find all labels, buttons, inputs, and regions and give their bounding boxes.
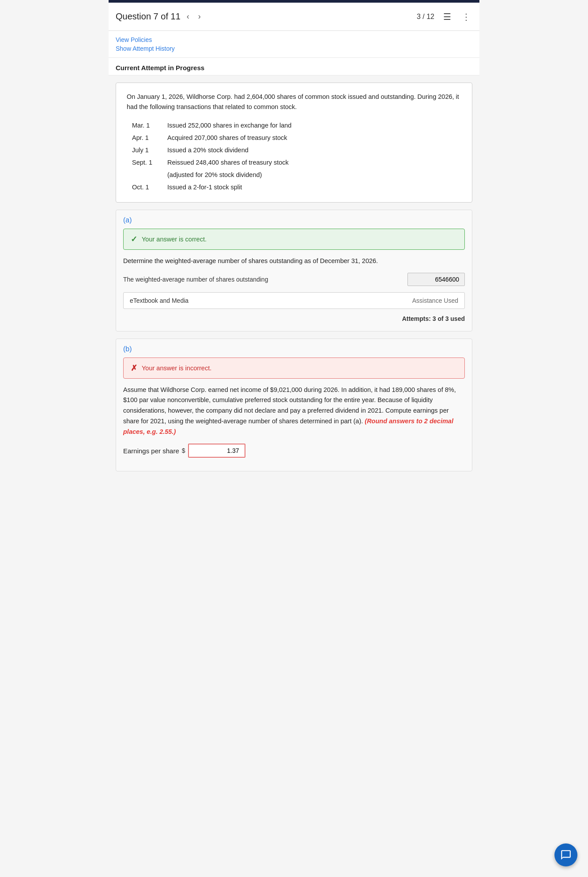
table-row: Mar. 1 Issued 252,000 shares in exchange… [127,119,461,132]
table-row: July 1 Issued a 20% stock dividend [127,144,461,156]
question-intro: On January 1, 2026, Wildhorse Corp. had … [127,92,461,112]
table-row: Apr. 1 Acquired 207,000 shares of treasu… [127,132,461,144]
part-b-question-text: Assume that Wildhorse Corp. earned net i… [123,385,465,438]
part-a-question-text: Determine the weighted-average number of… [123,256,465,266]
dollar-sign: $ [182,447,185,454]
next-button[interactable]: › [196,10,204,23]
prev-button[interactable]: ‹ [184,10,192,23]
part-a-input[interactable] [407,273,465,286]
attempt-label: Current Attempt in Progress [109,58,479,75]
table-row: Sept. 1 Reissued 248,400 shares of treas… [127,156,461,169]
transaction-desc: (adjusted for 20% stock dividend) [162,169,461,181]
links-section: View Policies Show Attempt History [109,31,479,58]
transaction-desc: Issued a 2-for-1 stock split [162,181,461,193]
etextbook-bar[interactable]: eTextbook and Media Assistance Used [123,292,465,309]
correct-icon: ✓ [131,234,137,244]
incorrect-text: Your answer is incorrect. [142,365,211,372]
view-policies-link[interactable]: View Policies [116,36,472,43]
assistance-label: Assistance Used [412,297,458,304]
earnings-row: Earnings per share $ [123,444,465,458]
show-attempt-link[interactable]: Show Attempt History [116,45,472,52]
transaction-desc: Reissued 248,400 shares of treasury stoc… [162,156,461,169]
part-a-input-row: The weighted-average number of shares ou… [123,273,465,286]
part-b-label: (b) [116,339,472,358]
transaction-date: Oct. 1 [127,181,162,193]
part-b-section: (b) ✗ Your answer is incorrect. Assume t… [116,339,472,472]
transaction-desc: Acquired 207,000 shares of treasury stoc… [162,132,461,144]
correct-banner: ✓ Your answer is correct. [123,229,465,250]
question-label: Question 7 of 11 [116,11,181,22]
question-box: On January 1, 2026, Wildhorse Corp. had … [116,83,472,203]
transaction-date: Apr. 1 [127,132,162,144]
table-row: (adjusted for 20% stock dividend) [127,169,461,181]
header-left: Question 7 of 11 ‹ › [116,10,204,23]
transaction-date: July 1 [127,144,162,156]
incorrect-icon: ✗ [131,363,137,373]
part-b-body: ✗ Your answer is incorrect. Assume that … [116,358,472,471]
transaction-table: Mar. 1 Issued 252,000 shares in exchange… [127,119,461,193]
earnings-input[interactable] [188,444,245,458]
part-a-input-label: The weighted-average number of shares ou… [123,276,402,283]
transaction-date: Sept. 1 [127,156,162,169]
etextbook-label: eTextbook and Media [130,297,188,304]
table-row: Oct. 1 Issued a 2-for-1 stock split [127,181,461,193]
header-right: 3 / 12 ☰ ⋮ [417,10,472,24]
transaction-desc: Issued 252,000 shares in exchange for la… [162,119,461,132]
transaction-date [127,169,162,181]
page-header: Question 7 of 11 ‹ › 3 / 12 ☰ ⋮ [109,3,479,31]
part-a-section: (a) ✓ Your answer is correct. Determine … [116,210,472,331]
incorrect-banner: ✗ Your answer is incorrect. [123,358,465,379]
transaction-date: Mar. 1 [127,119,162,132]
earnings-label: Earnings per share [123,447,179,455]
list-icon-button[interactable]: ☰ [441,10,453,24]
more-options-button[interactable]: ⋮ [460,10,472,24]
transaction-desc: Issued a 20% stock dividend [162,144,461,156]
page-count: 3 / 12 [417,13,434,21]
part-a-label: (a) [116,210,472,229]
attempts-row: Attempts: 3 of 3 used [123,313,465,324]
correct-text: Your answer is correct. [142,236,207,243]
part-a-body: ✓ Your answer is correct. Determine the … [116,229,472,331]
